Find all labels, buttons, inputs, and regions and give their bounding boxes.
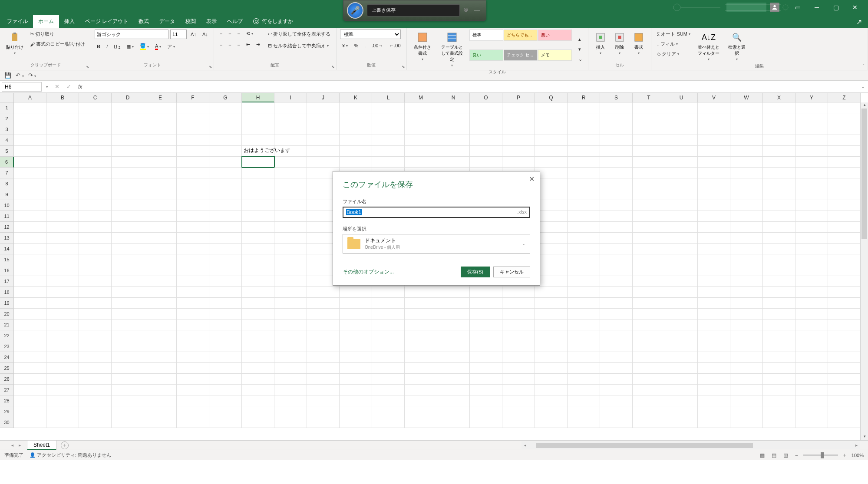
cell[interactable] [795, 363, 828, 374]
cell[interactable] [795, 406, 828, 417]
cell[interactable] [698, 309, 730, 319]
cell[interactable] [600, 417, 633, 428]
cell[interactable] [144, 374, 177, 385]
cell[interactable] [568, 287, 600, 298]
cell[interactable] [600, 211, 633, 222]
font-name-select[interactable] [95, 30, 168, 39]
cell[interactable] [79, 417, 112, 428]
cell[interactable] [79, 244, 112, 254]
cell[interactable] [795, 189, 828, 200]
collapse-ribbon-icon[interactable]: ˄ [862, 63, 865, 69]
filename-input-wrapper[interactable]: Book1 .xlsx [343, 207, 530, 218]
cell[interactable] [14, 287, 46, 298]
cell[interactable] [795, 157, 828, 168]
cell[interactable] [633, 102, 665, 113]
vscroll-thumb[interactable] [861, 109, 867, 239]
cell[interactable] [46, 417, 79, 428]
cell[interactable] [144, 417, 177, 428]
cell[interactable] [340, 298, 372, 309]
row-header[interactable]: 22 [0, 330, 14, 341]
cell[interactable] [112, 352, 144, 363]
cell[interactable] [763, 135, 795, 146]
cell[interactable] [568, 363, 600, 374]
cell[interactable] [470, 157, 502, 168]
cell[interactable] [730, 276, 763, 287]
cell[interactable] [144, 222, 177, 233]
cell[interactable] [568, 178, 600, 189]
add-sheet-button[interactable]: + [61, 441, 69, 449]
row-header[interactable]: 20 [0, 309, 14, 319]
cell[interactable] [274, 287, 307, 298]
cell[interactable] [665, 124, 698, 135]
cell[interactable] [112, 330, 144, 341]
column-header[interactable]: H [242, 93, 274, 102]
cell[interactable] [112, 102, 144, 113]
cell[interactable] [437, 124, 470, 135]
hscroll-thumb[interactable] [536, 443, 753, 448]
cell[interactable] [730, 113, 763, 124]
cell[interactable] [437, 298, 470, 309]
cell[interactable] [437, 385, 470, 395]
cell[interactable] [209, 254, 242, 265]
cell[interactable] [568, 124, 600, 135]
cell[interactable] [405, 146, 437, 157]
cell[interactable] [177, 352, 209, 363]
accessibility-status[interactable]: 👤 アクセシビリティ: 問題ありません [30, 452, 111, 458]
cell[interactable] [112, 417, 144, 428]
font-color-button[interactable]: A▾ [153, 42, 163, 51]
cell[interactable] [665, 276, 698, 287]
increase-font-icon[interactable]: A↑ [188, 30, 198, 38]
cell[interactable] [79, 200, 112, 211]
cell[interactable] [209, 222, 242, 233]
cell[interactable] [795, 211, 828, 222]
cell[interactable] [502, 135, 535, 146]
cell[interactable] [340, 287, 372, 298]
cell[interactable] [274, 309, 307, 319]
cell[interactable] [437, 406, 470, 417]
cell[interactable] [405, 298, 437, 309]
cell[interactable] [795, 200, 828, 211]
fill-button[interactable]: ↓フィル▾ [655, 40, 693, 49]
cell[interactable] [828, 363, 861, 374]
cell[interactable] [730, 211, 763, 222]
cell[interactable] [46, 244, 79, 254]
cell[interactable] [177, 178, 209, 189]
cell[interactable] [307, 319, 340, 330]
page-break-view-icon[interactable]: ▧ [782, 451, 790, 459]
cell[interactable] [730, 189, 763, 200]
cell[interactable] [274, 157, 307, 168]
cell[interactable] [763, 244, 795, 254]
cell[interactable] [112, 363, 144, 374]
style-bad[interactable]: 悪い [538, 30, 572, 41]
cell[interactable] [828, 265, 861, 276]
cell[interactable] [46, 233, 79, 244]
cell[interactable] [600, 102, 633, 113]
column-header[interactable]: J [307, 93, 340, 102]
cell[interactable] [502, 113, 535, 124]
cell[interactable] [242, 287, 274, 298]
cell[interactable] [633, 135, 665, 146]
undo-icon[interactable]: ↶ ▾ [16, 72, 24, 79]
cell[interactable] [795, 309, 828, 319]
cell[interactable] [470, 113, 502, 124]
cell[interactable] [340, 363, 372, 374]
cell[interactable] [242, 352, 274, 363]
cell[interactable] [698, 298, 730, 309]
cell[interactable] [763, 146, 795, 157]
cell[interactable] [535, 319, 568, 330]
cell[interactable] [144, 330, 177, 341]
cell[interactable] [730, 200, 763, 211]
cell[interactable] [633, 395, 665, 406]
column-header[interactable]: G [209, 93, 242, 102]
row-header[interactable]: 5 [0, 146, 14, 157]
cell[interactable] [730, 222, 763, 233]
cell[interactable] [665, 395, 698, 406]
cell[interactable] [242, 309, 274, 319]
cell[interactable] [274, 189, 307, 200]
cell[interactable] [177, 287, 209, 298]
cell[interactable] [79, 363, 112, 374]
cell[interactable] [502, 417, 535, 428]
cell[interactable] [665, 254, 698, 265]
cell[interactable] [795, 222, 828, 233]
cell[interactable] [340, 341, 372, 352]
